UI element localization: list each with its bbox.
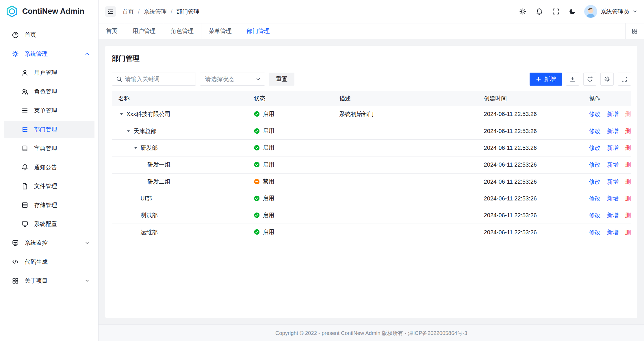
cell-time: 2024-06-11 22:53:26	[477, 106, 582, 123]
sidebar-item-label: 用户管理	[34, 69, 57, 77]
action-delete[interactable]: 删除	[625, 144, 631, 152]
table-row[interactable]: 测试部 启用 2024-06-11 22:53:26 修改 新增 删除	[112, 207, 631, 224]
refresh-button[interactable]	[583, 73, 596, 86]
content: 部门管理 请选择状态 重置 新增	[99, 39, 644, 325]
tab-list-button[interactable]	[625, 23, 644, 39]
search-icon	[116, 76, 123, 82]
add-button-label: 新增	[544, 75, 556, 83]
menu-collapse-button[interactable]	[105, 6, 116, 17]
table-row[interactable]: 天津总部 启用 2024-06-11 22:53:26 修改 新增 删除	[112, 123, 631, 139]
sidebar-item-label: 代码生成	[25, 258, 48, 266]
sidebar-item-role-management[interactable]: 角色管理	[4, 83, 95, 100]
tabs: 首页 用户管理 角色管理 菜单管理 部门管理	[99, 23, 625, 39]
action-edit[interactable]: 修改	[589, 195, 601, 202]
cell-name: UI部	[112, 190, 247, 207]
fullscreen-button[interactable]	[549, 5, 563, 19]
action-edit[interactable]: 修改	[589, 211, 601, 219]
caret-down-icon[interactable]	[125, 128, 132, 134]
action-edit[interactable]: 修改	[589, 228, 601, 236]
status-label: 启用	[263, 110, 274, 118]
reset-button[interactable]: 重置	[269, 73, 294, 86]
grid-icon	[12, 277, 19, 284]
action-add[interactable]: 新增	[607, 195, 619, 202]
action-add[interactable]: 新增	[607, 161, 619, 169]
tab-menu-management[interactable]: 菜单管理	[201, 23, 240, 39]
sidebar-item-dict-management[interactable]: 字典管理	[4, 140, 95, 157]
action-add[interactable]: 新增	[607, 144, 619, 152]
action-edit[interactable]: 修改	[589, 178, 601, 186]
action-edit[interactable]: 修改	[589, 127, 601, 135]
sidebar-item-file-management[interactable]: 文件管理	[4, 178, 95, 195]
cell-actions: 修改 新增 删除	[582, 106, 631, 123]
search-input[interactable]	[112, 73, 196, 86]
action-delete[interactable]: 删除	[625, 127, 631, 135]
action-delete[interactable]: 删除	[625, 195, 631, 202]
cell-status: 启用	[247, 190, 333, 207]
copyright-text: Copyright © 2022 - present ContiNew Admi…	[275, 329, 467, 337]
app-title: ContiNew Admin	[22, 7, 84, 16]
tab-dept-management[interactable]: 部门管理	[239, 23, 277, 39]
bell-icon	[21, 164, 28, 171]
status-badge: 启用	[254, 194, 274, 202]
table-row[interactable]: 运维部 启用 2024-06-11 22:53:26 修改 新增 删除	[112, 224, 631, 241]
cell-actions: 修改 新增 删除	[582, 156, 631, 173]
sidebar-item-notice[interactable]: 通知公告	[4, 159, 95, 176]
status-badge: 启用	[254, 127, 274, 135]
status-label: 禁用	[263, 178, 274, 185]
action-edit[interactable]: 修改	[589, 144, 601, 152]
action-edit[interactable]: 修改	[589, 110, 601, 118]
sidebar-item-home[interactable]: 首页	[4, 26, 95, 44]
action-add[interactable]: 新增	[607, 178, 619, 186]
table-row[interactable]: UI部 启用 2024-06-11 22:53:26 修改 新增 删除	[112, 190, 631, 207]
sidebar-item-about-project[interactable]: 关于项目	[4, 272, 95, 290]
sidebar-item-system-config[interactable]: 系统配置	[4, 215, 95, 233]
sidebar: ContiNew Admin 首页 系统管理 用户管理 角色管理	[0, 0, 99, 341]
user-menu[interactable]: 系统管理员	[584, 5, 638, 18]
sidebar-item-system-management[interactable]: 系统管理	[4, 45, 95, 62]
notification-button[interactable]	[532, 5, 546, 19]
theme-toggle-button[interactable]	[565, 5, 579, 19]
table-settings-button[interactable]	[600, 73, 613, 86]
add-button[interactable]: 新增	[530, 73, 562, 86]
tab-role-management[interactable]: 角色管理	[163, 23, 201, 39]
sidebar-item-storage-management[interactable]: 存储管理	[4, 196, 95, 214]
cell-name: 天津总部	[112, 123, 247, 139]
action-delete[interactable]: 删除	[625, 178, 631, 186]
action-delete[interactable]: 删除	[625, 161, 631, 169]
table-row[interactable]: 研发一组 启用 2024-06-11 22:53:26 修改 新增 删除	[112, 156, 631, 173]
sidebar-item-label: 关于项目	[25, 277, 48, 285]
caret-down-icon[interactable]	[118, 111, 125, 118]
tab-user-management[interactable]: 用户管理	[125, 23, 163, 39]
table-row[interactable]: Xxx科技有限公司 启用 系统初始部门 2024-06-11 22:53:26 …	[112, 106, 631, 123]
sidebar-item-system-monitor[interactable]: 系统监控	[4, 234, 95, 252]
dept-name: 测试部	[140, 211, 158, 219]
sidebar-item-menu-management[interactable]: 菜单管理	[4, 102, 95, 119]
breadcrumb-item-home[interactable]: 首页	[123, 8, 134, 16]
table-row[interactable]: 研发部 启用 2024-06-11 22:53:26 修改 新增 删除	[112, 140, 631, 156]
caret-down-icon[interactable]	[132, 145, 139, 151]
action-add[interactable]: 新增	[607, 211, 619, 219]
action-add[interactable]: 新增	[607, 110, 619, 118]
action-add[interactable]: 新增	[607, 228, 619, 236]
cell-desc	[333, 173, 477, 190]
chevron-down-icon	[256, 77, 261, 82]
status-select[interactable]: 请选择状态	[200, 73, 265, 86]
action-delete[interactable]: 删除	[625, 228, 631, 236]
logo[interactable]: ContiNew Admin	[0, 0, 98, 23]
tab-home[interactable]: 首页	[99, 23, 125, 39]
sidebar-item-user-management[interactable]: 用户管理	[4, 64, 95, 82]
export-button[interactable]	[566, 73, 579, 86]
sidebar-item-dept-management[interactable]: 部门管理	[4, 121, 95, 138]
settings-button[interactable]	[516, 5, 530, 19]
breadcrumb-item-system[interactable]: 系统管理	[144, 8, 167, 16]
dept-name: 运维部	[140, 228, 158, 236]
action-delete[interactable]: 删除	[625, 110, 631, 118]
table-row[interactable]: 研发二组 禁用 2024-06-11 22:53:26 修改 新增 删除	[112, 173, 631, 190]
cell-actions: 修改 新增 删除	[582, 207, 631, 224]
action-delete[interactable]: 删除	[625, 211, 631, 219]
action-add[interactable]: 新增	[607, 127, 619, 135]
table-fullscreen-button[interactable]	[618, 73, 631, 86]
sidebar-item-code-generation[interactable]: 代码生成	[4, 253, 95, 270]
cell-time: 2024-06-11 22:53:26	[477, 207, 582, 224]
action-edit[interactable]: 修改	[589, 161, 601, 169]
